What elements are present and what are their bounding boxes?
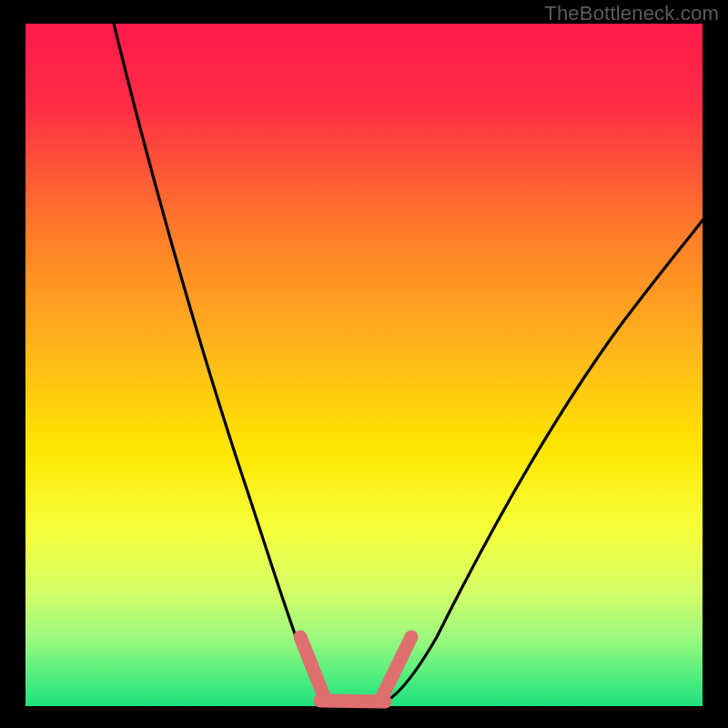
bottleneck-chart <box>0 0 728 728</box>
plot-area <box>25 24 703 706</box>
chart-container: TheBottleneck.com <box>0 0 728 728</box>
watermark-text: TheBottleneck.com <box>544 2 719 25</box>
